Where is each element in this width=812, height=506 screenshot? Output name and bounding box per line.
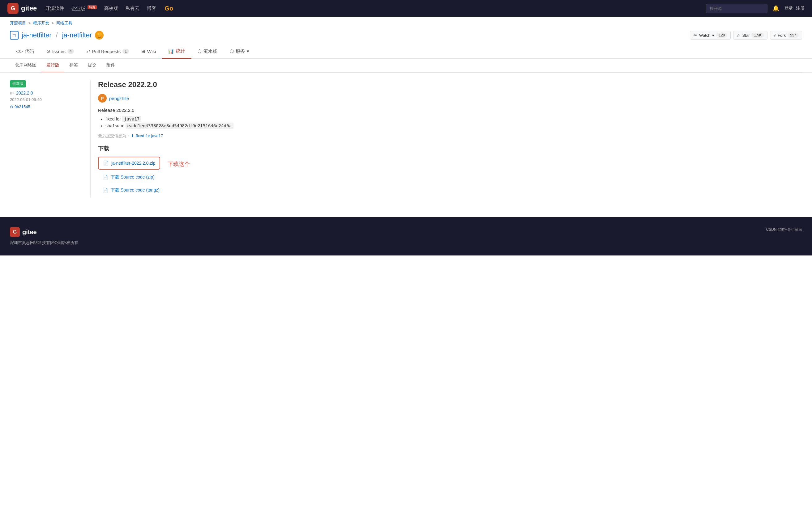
tab-stats[interactable]: 📊 统计 (162, 45, 191, 59)
release-note-1: fixed for java17 (106, 116, 802, 121)
tab-pipeline[interactable]: ⬡ 流水线 (191, 45, 223, 58)
sub-tabs: 仓库网络图 发行版 标签 提交 附件 (0, 59, 812, 73)
subtab-network[interactable]: 仓库网络图 (10, 59, 42, 72)
repo-header: ◻ ja-netfilter / ja-netfilter 🏆 👁 Watch … (0, 30, 812, 45)
tab-code[interactable]: </> 代码 (10, 45, 40, 58)
release-author: P pengzhile (98, 94, 802, 102)
stats-icon: 📊 (168, 49, 174, 54)
tab-wiki[interactable]: ⊞ Wiki (135, 45, 162, 58)
fork-count: 557 (788, 33, 799, 38)
nav-enterprise[interactable]: 企业版 特惠 (71, 5, 96, 12)
bell-icon[interactable]: 🔔 (772, 5, 779, 12)
search-input[interactable] (705, 4, 767, 13)
release-description: Release 2022.2.0 (98, 107, 802, 113)
subtab-releases[interactable]: 发行版 (42, 59, 64, 72)
watch-button[interactable]: 👁 Watch ▾ 129 (690, 31, 731, 39)
commit-hash-link[interactable]: 0b21545 (14, 104, 30, 109)
footer-inner: G gitee 深圳市奥思网络科技有限公司版权所有 CSDN @哇~是小菜鸟 (10, 227, 802, 246)
fork-button[interactable]: ⑂ Fork 557 (770, 31, 802, 39)
nav-university[interactable]: 高校版 (104, 6, 118, 11)
navbar-nav: 开源软件 企业版 特惠 高校版 私有云 博客 Go (46, 5, 173, 12)
breadcrumb-sep1: > (28, 21, 32, 25)
nav-go[interactable]: Go (165, 5, 174, 12)
fork-label: Fork (778, 33, 786, 38)
tab-issues[interactable]: ⊙ Issues 4 (40, 45, 80, 58)
release-date: 2022-06-01 09:40 (10, 97, 80, 102)
latest-badge: 最新版 (10, 80, 26, 87)
repo-name[interactable]: ja-netfilter (62, 31, 92, 39)
footer-logo: G gitee (10, 227, 78, 237)
login-link[interactable]: 登录 (784, 6, 793, 11)
navbar-right: 🔔 登录 注册 (705, 4, 805, 13)
star-count: 1.5K (751, 33, 764, 38)
repo-tabs: </> 代码 ⊙ Issues 4 ⇄ Pull Requests 1 ⊞ Wi… (0, 45, 812, 59)
download-hint: 下载这个 (167, 160, 190, 168)
commit-icon: ⊙ (10, 104, 13, 109)
release-notes: fixed for java17 sha1sum: eadd1ed4338028… (98, 116, 802, 128)
tag-version[interactable]: 2022.2.0 (16, 90, 33, 95)
breadcrumb-opensource[interactable]: 开源项目 (10, 21, 26, 25)
code-icon: </> (16, 49, 23, 54)
subtab-tags[interactable]: 标签 (64, 59, 83, 72)
footer-logo-icon: G (10, 227, 20, 237)
repo-type-icon: ◻ (10, 31, 18, 39)
breadcrumb-dev[interactable]: 程序开发 (33, 21, 49, 25)
navbar-auth: 登录 注册 (784, 6, 805, 11)
tag-icon: 🏷 (10, 90, 14, 95)
register-link[interactable]: 注册 (796, 6, 805, 11)
navbar-logo[interactable]: G gitee (7, 3, 37, 14)
file-icon-src-tar: 📄 (103, 187, 108, 193)
star-button[interactable]: ☆ Star 1.5K (733, 31, 767, 39)
nav-blog[interactable]: 博客 (147, 6, 156, 11)
issues-badge: 4 (67, 49, 74, 54)
footer-watermark: CSDN @哇~是小菜鸟 (766, 227, 802, 232)
release-sidebar: 最新版 🏷 2022.2.0 2022-06-01 09:40 ⊙ 0b2154… (10, 80, 90, 197)
release-note-2: sha1sum: eadd1ed4338028e8ed54982df9e2f51… (106, 123, 802, 128)
author-name[interactable]: pengzhile (109, 96, 129, 101)
repo-award-icon: 🏆 (95, 31, 104, 39)
subtab-attachments[interactable]: 附件 (102, 59, 120, 72)
file-icon-src-zip: 📄 (103, 175, 108, 180)
breadcrumb-nettools[interactable]: 网络工具 (56, 21, 72, 25)
enterprise-badge: 特惠 (87, 5, 97, 9)
nav-opensource[interactable]: 开源软件 (46, 6, 64, 11)
nav-private[interactable]: 私有云 (126, 6, 139, 11)
footer-copyright: 深圳市奥思网络科技有限公司版权所有 (10, 240, 78, 246)
star-icon: ☆ (737, 33, 740, 38)
subtab-commits[interactable]: 提交 (83, 59, 102, 72)
navbar: G gitee 开源软件 企业版 特惠 高校版 私有云 博客 Go 🔔 登录 注… (0, 0, 812, 17)
breadcrumb: 开源项目 > 程序开发 > 网络工具 (0, 17, 812, 30)
download-zip[interactable]: 📄 ja-netfilter-2022.2.0.zip (98, 157, 160, 170)
download-heading: 下载 (98, 145, 802, 152)
tab-services[interactable]: ⬡ 服务 ▾ (223, 45, 255, 58)
last-commit-link[interactable]: 1. fixed for java17 (131, 134, 163, 138)
star-label: Star (742, 33, 750, 38)
last-commit-info: 最后提交信息为： 1. fixed for java17 (98, 133, 802, 139)
services-dropdown-icon: ▾ (247, 49, 249, 54)
release-detail: Release 2022.2.0 P pengzhile Release 202… (90, 80, 802, 197)
watch-label: Watch (699, 33, 710, 38)
avatar: P (98, 94, 107, 102)
services-icon: ⬡ (230, 49, 234, 54)
pipeline-icon: ⬡ (198, 49, 202, 54)
tab-pullrequests[interactable]: ⇄ Pull Requests 1 (80, 45, 135, 58)
repo-title: ◻ ja-netfilter / ja-netfilter 🏆 (10, 31, 104, 39)
download-row-1: 📄 ja-netfilter-2022.2.0.zip 下载这个 (98, 157, 802, 171)
breadcrumb-sep2: > (51, 21, 55, 25)
repo-title-sep: / (56, 31, 58, 39)
gitee-logo-icon: G (7, 3, 18, 14)
release-title: Release 2022.2.0 (98, 80, 802, 89)
watch-dropdown-icon: ▾ (712, 33, 714, 38)
download-source-zip[interactable]: 📄 下载 Source code (zip) (98, 171, 802, 183)
eye-icon: 👁 (693, 33, 697, 38)
repo-owner[interactable]: ja-netfilter (22, 31, 52, 39)
wiki-icon: ⊞ (141, 49, 145, 54)
watch-count: 129 (716, 33, 727, 38)
footer-logo-text: gitee (22, 229, 37, 236)
pr-icon: ⇄ (86, 49, 90, 54)
download-source-tar[interactable]: 📄 下载 Source code (tar.gz) (98, 184, 802, 196)
footer: G gitee 深圳市奥思网络科技有限公司版权所有 CSDN @哇~是小菜鸟 (0, 217, 812, 255)
file-icon-zip: 📄 (103, 160, 109, 166)
download-section: 下载 📄 ja-netfilter-2022.2.0.zip 下载这个 📄 下载… (98, 145, 802, 196)
pr-badge: 1 (123, 49, 129, 54)
